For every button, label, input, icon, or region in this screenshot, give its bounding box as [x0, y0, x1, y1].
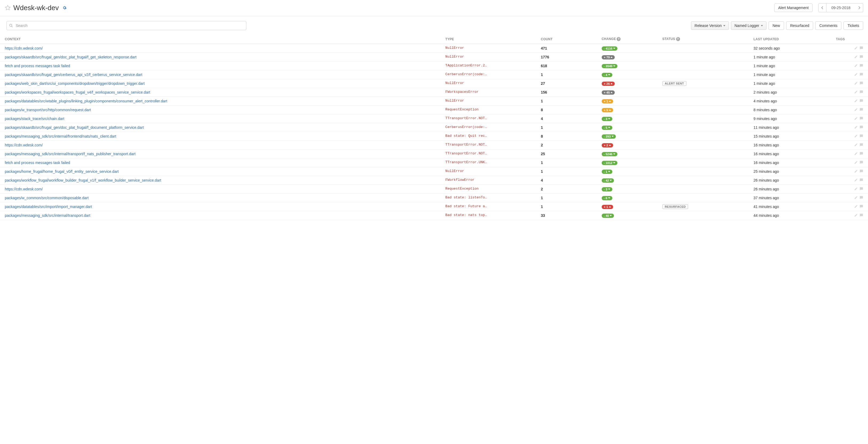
comment-icon[interactable] — [860, 152, 863, 155]
date-display[interactable]: 09-25-2018 — [827, 3, 855, 12]
col-change[interactable]: CHANGE? — [599, 35, 660, 44]
new-tab[interactable]: New — [769, 21, 784, 30]
edit-icon[interactable] — [854, 187, 858, 191]
comment-icon[interactable] — [860, 64, 863, 67]
context-link[interactable]: packages/workspaces_frugal/workspaces_fr… — [5, 90, 150, 94]
context-link[interactable]: packages/messaging_sdk/src/internal/tran… — [5, 213, 90, 217]
edit-icon[interactable] — [854, 205, 858, 208]
context-link[interactable]: packages/w_common/src/common/disposable.… — [5, 196, 89, 200]
context-link[interactable]: packages/w_transport/src/http/common/req… — [5, 108, 91, 112]
context-link[interactable]: packages/messaging_sdk/src/internal/fron… — [5, 134, 116, 139]
comment-icon[interactable] — [860, 55, 863, 59]
help-icon[interactable]: ? — [617, 37, 621, 41]
alert-management-button[interactable]: Alert Management — [774, 3, 812, 12]
count-value: 1 — [541, 205, 543, 209]
search-input[interactable] — [6, 21, 246, 30]
comment-icon[interactable] — [860, 125, 863, 129]
context-link[interactable]: https://cdn.wdesk.com/ — [5, 143, 43, 147]
named-logger-dropdown[interactable]: Named Logger — [731, 21, 767, 30]
edit-icon[interactable] — [854, 81, 858, 85]
release-version-dropdown[interactable]: Release Version — [691, 21, 729, 30]
edit-icon[interactable] — [854, 143, 858, 147]
edit-icon[interactable] — [854, 108, 858, 112]
search-icon — [9, 24, 13, 28]
comment-icon[interactable] — [860, 134, 863, 138]
context-link[interactable]: packages/messaging_sdk/src/internal/tran… — [5, 152, 135, 156]
comment-icon[interactable] — [860, 108, 863, 112]
edit-icon[interactable] — [854, 46, 858, 50]
comment-icon[interactable] — [860, 46, 863, 50]
help-icon[interactable]: ? — [676, 37, 680, 41]
edit-icon[interactable] — [854, 160, 858, 164]
date-next-button[interactable] — [855, 3, 863, 12]
context-link[interactable]: fetch and process messages task failed — [5, 64, 70, 68]
row-actions — [854, 99, 863, 103]
comment-icon[interactable] — [860, 178, 863, 182]
edit-icon[interactable] — [854, 196, 858, 200]
col-context[interactable]: CONTEXT — [0, 35, 443, 44]
comment-icon[interactable] — [860, 160, 863, 164]
context-link[interactable]: packages/skaardb/src/frugal_gen/doc_plat… — [5, 55, 136, 59]
comment-icon[interactable] — [860, 196, 863, 200]
comment-icon[interactable] — [860, 143, 863, 147]
col-tags[interactable]: TAGS — [833, 35, 868, 44]
last-updated-value: 37 minutes ago — [753, 196, 779, 200]
change-value: - 4 — [604, 73, 607, 77]
context-link[interactable]: https://cdn.wdesk.com/ — [5, 46, 43, 50]
edit-icon[interactable] — [854, 152, 858, 155]
last-updated-value: 1 minute ago — [753, 81, 775, 86]
edit-icon[interactable] — [854, 125, 858, 129]
last-updated-value: 25 minutes ago — [753, 169, 779, 174]
context-link[interactable]: packages/web_skin_dart/src/ui_components… — [5, 81, 145, 86]
change-value: - 5 — [604, 126, 607, 129]
comment-icon[interactable] — [860, 205, 863, 208]
edit-icon[interactable] — [854, 72, 858, 76]
col-count[interactable]: COUNT — [538, 35, 599, 44]
comment-icon[interactable] — [860, 187, 863, 191]
col-status[interactable]: STATUS? — [660, 35, 751, 44]
type-value: CerberusError(code:W… — [445, 72, 488, 76]
gear-icon[interactable] — [62, 6, 67, 10]
edit-icon[interactable] — [854, 169, 858, 173]
type-value: NullError — [445, 169, 464, 173]
context-link[interactable]: packages/datatables/src/wtable_plugins/l… — [5, 99, 167, 103]
comment-icon[interactable] — [860, 72, 863, 76]
context-link[interactable]: fetch and process messages task failed — [5, 160, 70, 165]
edit-icon[interactable] — [854, 117, 858, 120]
context-link[interactable]: packages/skaardb/src/frugal_gen/doc_plat… — [5, 125, 144, 129]
edit-icon[interactable] — [854, 64, 858, 67]
edit-icon[interactable] — [854, 134, 858, 138]
comment-icon[interactable] — [860, 81, 863, 85]
edit-icon[interactable] — [854, 55, 858, 59]
tickets-tab[interactable]: Tickets — [843, 21, 863, 30]
edit-icon[interactable] — [854, 178, 858, 182]
change-badge: - 42 — [602, 178, 614, 183]
row-actions — [854, 152, 863, 155]
comment-icon[interactable] — [860, 90, 863, 94]
comment-icon[interactable] — [860, 99, 863, 103]
comments-tab[interactable]: Comments — [815, 21, 841, 30]
last-updated-value: 26 minutes ago — [753, 178, 779, 182]
col-type[interactable]: TYPE — [443, 35, 538, 44]
resurfaced-tab[interactable]: Resurfaced — [786, 21, 813, 30]
context-link[interactable]: packages/home_frugal/home_frugal_v0/f_en… — [5, 169, 119, 174]
context-link[interactable]: packages/datatables/src/import/import_ma… — [5, 205, 92, 209]
last-updated-value: 26 minutes ago — [753, 187, 779, 191]
context-link[interactable]: packages/skaardb/src/frugal_gen/cerberus… — [5, 72, 142, 77]
context-link[interactable]: packages/stack_trace/src/chain.dart — [5, 117, 64, 121]
context-link[interactable]: packages/workflow_frugal/workflow_builde… — [5, 178, 161, 182]
table-row: packages/workflow_frugal/workflow_builde… — [0, 176, 868, 185]
context-link[interactable]: https://cdn.wdesk.com/ — [5, 187, 43, 191]
comment-icon[interactable] — [860, 117, 863, 120]
star-icon[interactable] — [5, 5, 11, 11]
edit-icon[interactable] — [854, 90, 858, 94]
edit-icon[interactable] — [854, 213, 858, 217]
type-value: Bad state: Quit reco… — [445, 134, 488, 138]
edit-icon[interactable] — [854, 99, 858, 103]
change-badge: - 2049 — [602, 64, 618, 68]
col-last-updated[interactable]: LAST UPDATED — [751, 35, 833, 44]
comment-icon[interactable] — [860, 213, 863, 217]
last-updated-value: 16 minutes ago — [753, 143, 779, 147]
comment-icon[interactable] — [860, 169, 863, 173]
date-prev-button[interactable] — [818, 3, 827, 12]
